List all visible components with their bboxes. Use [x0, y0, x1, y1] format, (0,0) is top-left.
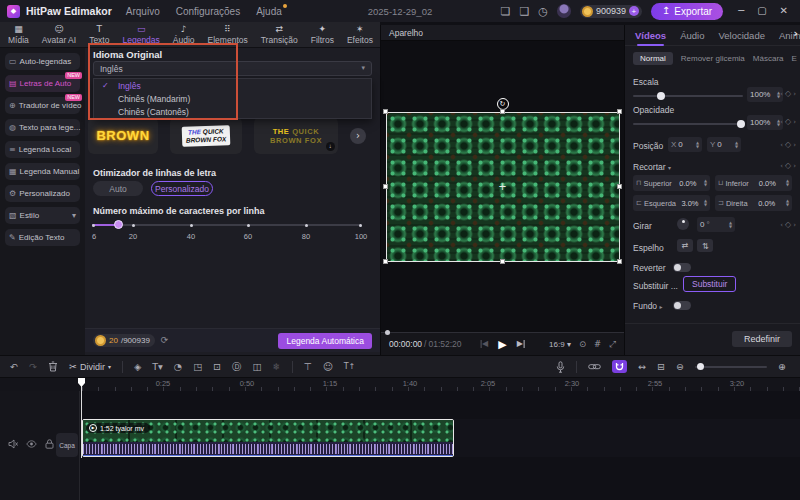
sidebar-estilo[interactable]: ▧Estilo▾	[5, 207, 80, 224]
ribbon-audio[interactable]: ♪Áudio	[173, 25, 195, 45]
position-x-box[interactable]: X0 ▲▼	[668, 137, 702, 152]
ribbon-efeitos[interactable]: ✶Efeitos	[347, 25, 373, 45]
fullscreen-icon[interactable]: ⤢	[609, 340, 616, 349]
tab-audio[interactable]: Áudio	[680, 30, 704, 41]
user-avatar[interactable]	[557, 4, 571, 18]
previous-frame-button[interactable]: ◀	[480, 340, 488, 348]
scale-keyframe-controls[interactable]: ‹◇›	[780, 90, 796, 98]
stepper-icon[interactable]: ▲▼	[735, 141, 738, 149]
aspect-ratio-select[interactable]: 16:9 ▾	[549, 340, 571, 349]
tab-videos[interactable]: Vídeos	[635, 30, 666, 41]
voice-changer-icon[interactable]: ☺	[323, 362, 333, 372]
rotate-dial[interactable]	[677, 218, 689, 230]
option-ingles[interactable]: ✓Inglês	[94, 79, 371, 92]
snapshot-icon[interactable]: ⊙	[579, 340, 586, 349]
track-lock-icon[interactable]	[45, 439, 54, 449]
stepper-icon[interactable]: ▲▼	[786, 199, 789, 207]
subtab-remover[interactable]: Remover glicemia	[681, 54, 745, 63]
menu-configuracoes[interactable]: Configurações	[176, 6, 240, 17]
selection-handle[interactable]	[617, 259, 622, 264]
minimize-button[interactable]: ─	[738, 6, 744, 16]
subtab-overflow[interactable]: E	[792, 54, 797, 63]
export-button[interactable]: ↥ Exportar	[651, 3, 723, 20]
track-hide-icon[interactable]	[26, 440, 37, 448]
timeline-clip[interactable]: ▶ 1:52 tyalor mv	[82, 419, 454, 457]
style-card-sticker[interactable]: THE QUICKBROWN FOX	[170, 117, 242, 154]
auto-button[interactable]: Auto	[93, 181, 143, 196]
reverse-toggle[interactable]	[673, 263, 691, 272]
selection-handle[interactable]	[383, 184, 388, 189]
sidebar-auto-legendas[interactable]: ▭Auto-legendas	[5, 53, 80, 70]
maximize-button[interactable]: ▢	[757, 6, 766, 16]
text-to-speech-icon[interactable]: T↑	[344, 363, 356, 371]
tabs-overflow-chevron[interactable]: ›	[793, 28, 798, 39]
speed-icon[interactable]: ◔	[174, 362, 182, 372]
tab-velocidade[interactable]: Velocidade	[718, 30, 764, 41]
reset-button[interactable]: Redefinir	[732, 331, 792, 347]
selection-handle[interactable]	[617, 184, 622, 189]
style-card-brown[interactable]: BROWN	[88, 117, 158, 154]
more-styles-button[interactable]: ›	[350, 128, 366, 144]
position-keyframe-controls[interactable]: ‹◇›	[780, 141, 796, 149]
seek-handle[interactable]	[385, 330, 390, 335]
crop-keyframe-controls[interactable]: ‹◇›	[780, 162, 796, 170]
track-mute-icon[interactable]	[8, 439, 18, 449]
selection-handle[interactable]	[500, 259, 505, 264]
crop-top-field[interactable]: ⊓Superior0.0% ▲▼	[633, 175, 710, 191]
crop-bottom-field[interactable]: ⊔Inferior0.0% ▲▼	[715, 175, 792, 191]
credits-badge[interactable]: 900939 +	[580, 5, 642, 18]
stepper-icon[interactable]: ▲▼	[704, 179, 707, 187]
cover-button[interactable]: Capa	[56, 433, 78, 457]
download-icon[interactable]: ↓	[326, 142, 335, 151]
rotate-value-box[interactable]: 0° ▲▼	[697, 217, 735, 232]
selection-handle[interactable]	[383, 259, 388, 264]
redo-icon[interactable]: ↷	[29, 362, 37, 372]
grid-icon[interactable]: #	[594, 340, 601, 349]
feedback-icon[interactable]: ❑	[519, 6, 529, 17]
selection-handle[interactable]	[383, 109, 388, 114]
link-clips-icon[interactable]	[588, 362, 601, 371]
rotate-keyframe-controls[interactable]: ‹◇›	[780, 221, 796, 229]
option-chines-mandarim[interactable]: Chinês (Mandarim)	[94, 92, 371, 105]
ribbon-transicao[interactable]: ⇄Transição	[261, 25, 298, 45]
scale-handle[interactable]	[657, 92, 665, 100]
flip-vertical-button[interactable]: ⇄	[697, 239, 713, 252]
delete-icon[interactable]	[48, 361, 58, 372]
scale-value-box[interactable]: 100% ▲▼	[747, 87, 783, 102]
style-card-yellow[interactable]: THE QUICK BROWN FOX ↓	[254, 117, 338, 154]
freeze-frame-icon[interactable]: ❄	[273, 362, 281, 372]
crop-icon[interactable]: ◳	[193, 362, 202, 372]
ripple-edit-icon[interactable]: ↔	[638, 362, 646, 372]
subtab-normal[interactable]: Normal	[633, 52, 673, 65]
next-frame-button[interactable]: ▶	[517, 340, 525, 348]
sidebar-letras-de-auto[interactable]: ▤Letras de AutoNEW	[5, 75, 80, 92]
sidebar-legenda-local[interactable]: ≡Legenda Local	[5, 141, 80, 158]
stepper-icon[interactable]: ▲▼	[786, 179, 789, 187]
history-icon[interactable]: ◷	[538, 6, 548, 17]
undo-icon[interactable]: ↶	[10, 362, 18, 372]
ribbon-elementos[interactable]: ⠿Elementos	[208, 25, 248, 45]
ribbon-filtros[interactable]: ✦Filtros	[311, 25, 334, 45]
scale-slider[interactable]	[633, 95, 743, 97]
speed-ramp-icon[interactable]: Ⓓ	[232, 362, 242, 372]
split-button[interactable]: ✂Dividir▾	[69, 362, 111, 372]
timeline-zoom-slider[interactable]	[695, 366, 767, 368]
snap-magnet-icon[interactable]	[612, 360, 627, 373]
sidebar-edicao-texto[interactable]: ✎Edição Texto	[5, 229, 80, 246]
keying-icon[interactable]: ⊡	[213, 362, 221, 372]
slider-handle[interactable]	[114, 220, 123, 229]
ribbon-avatar-ai[interactable]: ☺Avatar AI	[42, 25, 76, 45]
device-selector[interactable]: Aparelho	[381, 25, 624, 41]
position-y-box[interactable]: Y0 ▲▼	[707, 137, 741, 152]
menu-arquivo[interactable]: Arquivo	[126, 6, 160, 17]
add-credits-icon[interactable]: +	[629, 6, 639, 16]
ribbon-texto[interactable]: TTexto	[89, 25, 109, 45]
opacity-keyframe-controls[interactable]: ‹◇›	[780, 118, 796, 126]
zoom-out-icon[interactable]: ⊖	[676, 362, 684, 372]
custom-button[interactable]: Personalizado	[151, 181, 213, 196]
mask-icon[interactable]: ◈	[134, 362, 141, 372]
text-template-icon[interactable]: ⊤	[304, 362, 312, 372]
ribbon-legendas[interactable]: ▭Legendas	[122, 25, 159, 45]
fit-timeline-icon[interactable]: ⊟	[657, 362, 665, 372]
option-chines-cantones[interactable]: Chinês (Cantonês)	[94, 105, 371, 118]
